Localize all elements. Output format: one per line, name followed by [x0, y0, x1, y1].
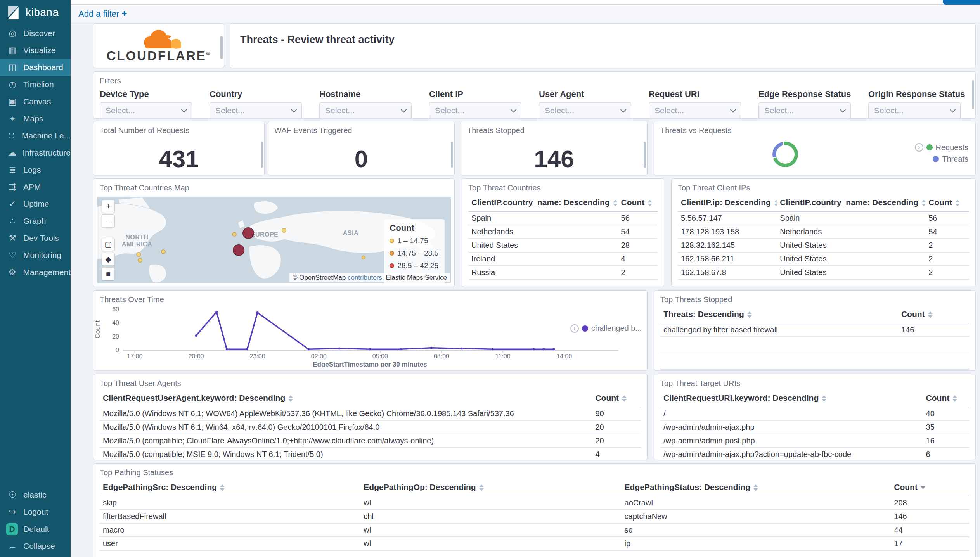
map-draw-polygon-button[interactable]: ◆	[102, 253, 115, 266]
sidebar-item-uptime[interactable]: ✓Uptime	[0, 195, 71, 213]
request-uri-select[interactable]: Select...	[649, 102, 741, 119]
sidebar-item-elastic-user[interactable]: ☉elastic	[0, 486, 71, 503]
add-filter-link[interactable]: Add a filter+	[78, 8, 127, 19]
column-header[interactable]: ClientIP.country_name: Descending	[777, 195, 925, 211]
panel-scrollbar[interactable]	[261, 142, 263, 167]
legend-expand-icon[interactable]: ›	[915, 143, 923, 152]
column-header[interactable]: Threats: Descending	[660, 306, 898, 323]
top-threat-target-uris-panel: Top Threat Target URIs ClientRequestURI.…	[654, 374, 976, 460]
map-bubble[interactable]	[136, 252, 141, 257]
requests-legend-dot	[926, 144, 933, 150]
map-bubble[interactable]	[282, 228, 286, 233]
column-header[interactable]: ClientRequestUserAgent.keyword: Descendi…	[100, 390, 592, 407]
legend-dot	[390, 251, 394, 256]
column-header[interactable]: EdgePathingOp: Descending	[360, 479, 621, 496]
sidebar-item-maps[interactable]: ⌖Maps	[0, 110, 71, 127]
client-ip-select[interactable]: Select...	[429, 102, 521, 119]
sidebar-item-graph[interactable]: ∴Graph	[0, 213, 71, 230]
legend-item-requests[interactable]: Requests	[936, 143, 969, 152]
map-bubble[interactable]	[233, 244, 244, 256]
sidebar-item-canvas[interactable]: ▣Canvas	[0, 93, 71, 110]
target-uris-table: ClientRequestURI.keyword: Descending Cou…	[660, 390, 969, 460]
kibana-logo-row[interactable]: kibana	[0, 0, 71, 25]
column-header[interactable]: Count	[592, 390, 641, 407]
sidebar-item-timelion[interactable]: ◷Timelion	[0, 76, 71, 93]
chevron-down-icon	[401, 106, 407, 112]
map-fit-data-button[interactable]: ■	[102, 267, 115, 280]
column-header[interactable]: EdgePathingStatus: Descending	[622, 479, 891, 496]
column-header[interactable]: ClientIP.country_name: Descending	[468, 195, 618, 211]
query-bar-bottom-edge[interactable]	[71, 0, 980, 5]
filter-client-ip: Client IP Select...	[429, 89, 521, 119]
filter-bar: Add a filter+	[71, 5, 980, 22]
map-draw-bounds-button[interactable]: ▢	[102, 238, 115, 251]
monitoring-icon: ♡	[7, 250, 18, 260]
sidebar-item-discover[interactable]: ◎Discover	[0, 25, 71, 42]
svg-text:05:00: 05:00	[372, 353, 388, 360]
map-bubble[interactable]	[138, 258, 142, 263]
sort-icon	[955, 200, 960, 206]
table-row: 178.128.193.158Netherlands54	[678, 225, 969, 239]
column-header[interactable]: ClientRequestURI.keyword: Descending	[660, 390, 923, 407]
map-zoom-out-button[interactable]: −	[102, 214, 115, 228]
sidebar-item-monitoring[interactable]: ♡Monitoring	[0, 247, 71, 264]
column-header[interactable]: Count	[925, 195, 969, 211]
threats-vs-requests-panel: Threats vs Requests › Requests Threats	[654, 121, 976, 175]
sidebar-item-infrastructure[interactable]: ☁Infrastructure	[0, 144, 71, 161]
panel-scrollbar[interactable]	[972, 80, 974, 109]
update-button-fragment[interactable]	[943, 0, 980, 5]
sidebar-item-dashboard[interactable]: ◫Dashboard	[0, 59, 71, 76]
osm-contributors-link[interactable]: contributors,	[348, 274, 384, 281]
user-agent-select[interactable]: Select...	[539, 102, 631, 119]
map-zoom-in-button[interactable]: +	[102, 200, 115, 213]
column-header[interactable]: Count	[923, 390, 969, 407]
sort-desc-icon	[921, 486, 925, 489]
donut-legend: › Requests Threats	[915, 142, 969, 165]
sidebar-item-dev-tools[interactable]: ⚒Dev Tools	[0, 230, 71, 247]
sort-icon	[921, 200, 925, 206]
device-type-select[interactable]: Select...	[100, 102, 192, 119]
sidebar-item-management[interactable]: ⚙Management	[0, 264, 71, 281]
column-header[interactable]: Count	[898, 306, 969, 323]
sidebar-item-collapse[interactable]: ←Collapse	[0, 538, 71, 555]
map-bubble[interactable]	[232, 232, 237, 237]
legend-expand-icon[interactable]: ›	[570, 324, 579, 333]
sidebar-item-visualize[interactable]: ▥Visualize	[0, 42, 71, 59]
map-bubble[interactable]	[362, 256, 365, 259]
table-row: Mozilla/5.0 (Windows NT 6.1; WOW64) Appl…	[100, 407, 641, 420]
column-header[interactable]: ClientIP.ip: Descending	[678, 195, 777, 211]
map-bubble[interactable]	[242, 227, 254, 239]
world-map[interactable]: NORTHAMERICA EUROPE ASIA + − ▢ ◆ ■ Count…	[97, 197, 451, 283]
panel-scrollbar[interactable]	[220, 36, 223, 59]
panel-title: Filters	[93, 72, 975, 85]
dashboard-icon: ◫	[7, 62, 18, 73]
management-icon: ⚙	[7, 267, 17, 277]
threats-legend-dot	[933, 156, 939, 162]
column-header[interactable]: EdgePathingSrc: Descending	[100, 479, 360, 496]
country-select[interactable]: Select...	[210, 102, 302, 119]
sidebar-item-logout[interactable]: ↪Logout	[0, 503, 71, 521]
column-header[interactable]: Count	[891, 479, 969, 496]
svg-text:23:00: 23:00	[250, 353, 265, 360]
sidebar-item-logs[interactable]: ≣Logs	[0, 161, 71, 178]
chevron-down-icon	[730, 106, 736, 112]
legend-item-threats[interactable]: Threats	[942, 155, 968, 164]
sidebar-item-default-space[interactable]: DDefault	[0, 521, 71, 538]
collapse-arrow-icon: ←	[7, 541, 18, 551]
map-bubble[interactable]	[161, 249, 166, 254]
table-row-empty	[660, 337, 969, 353]
legend-item-challenged[interactable]: challenged b...	[591, 324, 642, 333]
origin-response-status-select[interactable]: Select...	[868, 102, 961, 119]
metric-unit: Count	[93, 174, 264, 175]
hostname-select[interactable]: Select...	[319, 102, 412, 119]
panel-scrollbar[interactable]	[451, 142, 453, 167]
kibana-logo-icon	[5, 5, 21, 20]
sidebar-item-apm[interactable]: ⇶APM	[0, 178, 71, 195]
edge-response-status-select[interactable]: Select...	[758, 102, 851, 119]
column-header[interactable]: Count	[618, 195, 658, 211]
top-threat-countries-map-panel: Top Threat Countries Map NORTHAMERICA EU…	[93, 178, 455, 287]
sidebar-item-machine-learning[interactable]: ∷Machine Le...	[0, 127, 71, 144]
panel-scrollbar[interactable]	[644, 142, 646, 167]
table-row: userwlip17	[100, 537, 969, 550]
svg-text:✦: ✦	[167, 33, 176, 45]
